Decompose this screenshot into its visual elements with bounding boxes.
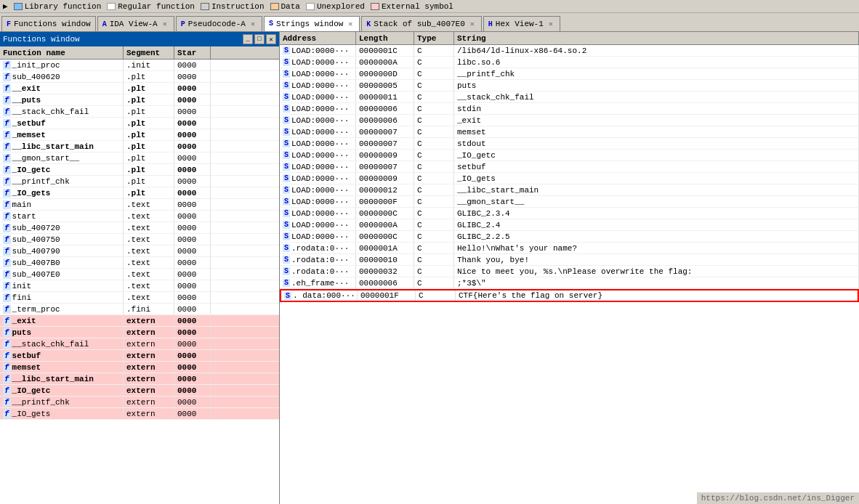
strings-table-row[interactable]: SLOAD:0000···0000000CCGLIBC_2.2.5 xyxy=(280,231,859,243)
functions-close-btn[interactable]: ✕ xyxy=(266,34,276,44)
strings-cell-length: 0000000C xyxy=(356,208,414,219)
table-row[interactable]: fsub_4007E0.text0000 xyxy=(0,269,279,280)
function-icon: f xyxy=(3,340,11,349)
tab-stack-sub[interactable]: K Stack of sub_4007E0 ✕ xyxy=(361,16,481,32)
function-name: start xyxy=(12,212,36,221)
function-icon: f xyxy=(3,212,11,221)
table-row[interactable]: f__stack_chk_failextern0000 xyxy=(0,338,279,350)
strings-table-row[interactable]: S. data:000···0000001FCCTF{Here's the fl… xyxy=(280,289,859,302)
table-row[interactable]: fstart.text0000 xyxy=(0,211,279,222)
functions-cell-start: 0000 xyxy=(174,176,211,187)
table-row[interactable]: fsub_400720.text0000 xyxy=(0,222,279,234)
strings-table-row[interactable]: SLOAD:0000···00000007Cmemset xyxy=(280,126,859,138)
tab-functions[interactable]: F Functions window xyxy=(1,16,96,32)
functions-cell-name: fsub_400790 xyxy=(0,245,124,256)
strings-table-row[interactable]: SLOAD:0000···0000000DC__printf_chk xyxy=(280,68,859,80)
annot-regular-color xyxy=(107,3,116,10)
table-row[interactable]: fsub_4007B0.text0000 xyxy=(0,257,279,269)
strings-table-row[interactable]: SLOAD:0000···00000009C_IO_gets xyxy=(280,173,859,184)
strings-table-row[interactable]: SLOAD:0000···00000005Cputs xyxy=(280,80,859,92)
strings-cell-value: GLIBC_2.4 xyxy=(454,219,859,230)
table-row[interactable]: f__printf_chk.plt0000 xyxy=(0,176,279,187)
functions-cell-start: 0000 xyxy=(174,164,211,175)
functions-minimize-btn[interactable]: _ xyxy=(243,34,253,44)
table-row[interactable]: f__libc_start_mainextern0000 xyxy=(0,373,279,385)
table-row[interactable]: f_IO_gets.plt0000 xyxy=(0,187,279,199)
table-row[interactable]: f__libc_start_main.plt0000 xyxy=(0,141,279,153)
strings-table-row[interactable]: SLOAD:0000···0000000ACGLIBC_2.4 xyxy=(280,219,859,231)
strings-cell-length: 0000000A xyxy=(356,57,414,68)
strings-table-row[interactable]: SLOAD:0000···00000006C_exit xyxy=(280,115,859,126)
functions-cell-segment: .plt xyxy=(124,129,174,140)
strings-col-length: Length xyxy=(356,32,414,44)
strings-table-row[interactable]: SLOAD:0000···00000007Csetbuf xyxy=(280,161,859,173)
table-row[interactable]: f__gmon_start__.plt0000 xyxy=(0,153,279,164)
strings-table-row[interactable]: SLOAD:0000···0000000AClibc.so.6 xyxy=(280,57,859,68)
strings-table-row[interactable]: SLOAD:0000···00000009C_IO_getc xyxy=(280,150,859,161)
string-row-icon: S xyxy=(283,139,290,147)
strings-table-body[interactable]: SLOAD:0000···0000001CC/lib64/ld-linux-x8… xyxy=(280,45,859,504)
functions-cell-start: 0000 xyxy=(174,327,211,338)
table-row[interactable]: f__exit.plt0000 xyxy=(0,83,279,94)
table-row[interactable]: fsub_400620.plt0000 xyxy=(0,71,279,83)
function-name: __stack_chk_fail xyxy=(12,340,89,349)
table-row[interactable]: ffini.text0000 xyxy=(0,292,279,304)
functions-cell-name: f__stack_chk_fail xyxy=(0,338,124,349)
functions-cell-segment: extern xyxy=(124,315,174,326)
table-row[interactable]: fsub_400750.text0000 xyxy=(0,234,279,245)
strings-table-row[interactable]: SLOAD:0000···00000012C__libc_start_main xyxy=(280,184,859,196)
strings-table-row[interactable]: S.rodata:0···00000010CThank you, bye! xyxy=(280,254,859,266)
functions-cell-start: 0000 xyxy=(174,362,211,373)
tab-hex-close[interactable]: ✕ xyxy=(547,20,555,28)
table-row[interactable]: f_exitextern0000 xyxy=(0,315,279,327)
string-address: LOAD:0000··· xyxy=(291,116,349,125)
function-name: sub_400790 xyxy=(12,247,60,256)
table-row[interactable]: fsetbufextern0000 xyxy=(0,350,279,362)
annot-library-label: Library function xyxy=(25,2,102,11)
tab-hex-view-1[interactable]: H Hex View-1 ✕ xyxy=(483,16,560,32)
strings-table-row[interactable]: SLOAD:0000···00000006Cstdin xyxy=(280,103,859,115)
functions-maximize-btn[interactable]: □ xyxy=(254,34,265,44)
table-row[interactable]: f_memset.plt0000 xyxy=(0,129,279,141)
tab-stack-close[interactable]: ✕ xyxy=(468,20,477,28)
tab-ida-close[interactable]: ✕ xyxy=(161,20,169,28)
table-row[interactable]: f_setbuf.plt0000 xyxy=(0,118,279,129)
functions-cell-segment: .plt xyxy=(124,118,174,129)
strings-table-row[interactable]: SLOAD:0000···0000000FC__gmon_start__ xyxy=(280,196,859,208)
functions-table-body[interactable]: f_init_proc.init0000fsub_400620.plt0000f… xyxy=(0,60,279,504)
table-row[interactable]: finit.text0000 xyxy=(0,280,279,292)
table-row[interactable]: f__stack_chk_fail.plt0000 xyxy=(0,106,279,118)
functions-cell-segment: .text xyxy=(124,222,174,233)
strings-table-header: Address Length Type String xyxy=(280,32,859,45)
functions-panel: Functions window _ □ ✕ Function name Seg… xyxy=(0,32,280,504)
strings-table-row[interactable]: S.eh_frame···00000006C;*3$\" xyxy=(280,277,859,289)
tab-ida-view-a[interactable]: A IDA View-A ✕ xyxy=(97,16,174,32)
strings-table-row[interactable]: S.rodata:0···0000001ACHello!\nWhat's you… xyxy=(280,243,859,254)
table-row[interactable]: f_term_proc.fini0000 xyxy=(0,304,279,315)
table-row[interactable]: fmain.text0000 xyxy=(0,199,279,211)
strings-table-row[interactable]: SLOAD:0000···00000011C__stack_chk_fail xyxy=(280,92,859,103)
table-row[interactable]: fputsextern0000 xyxy=(0,327,279,338)
strings-table-row[interactable]: SLOAD:0000···0000001CC/lib64/ld-linux-x8… xyxy=(280,45,859,57)
functions-cell-start: 0000 xyxy=(174,338,211,349)
strings-table-row[interactable]: S.rodata:0···00000032CNice to meet you, … xyxy=(280,266,859,277)
functions-cell-name: fsub_400750 xyxy=(0,234,124,245)
table-row[interactable]: f__printf_chkextern0000 xyxy=(0,397,279,408)
tab-strings-window[interactable]: S Strings window ✕ xyxy=(264,16,360,32)
strings-table-row[interactable]: SLOAD:0000···00000007Cstdout xyxy=(280,138,859,150)
functions-cell-start: 0000 xyxy=(174,397,211,407)
annot-instruction-label: Instruction xyxy=(211,2,265,11)
table-row[interactable]: f_IO_getcextern0000 xyxy=(0,385,279,397)
tab-functions-icon: F xyxy=(7,20,11,28)
strings-table-row[interactable]: SLOAD:0000···0000000CCGLIBC_2.3.4 xyxy=(280,208,859,219)
table-row[interactable]: f__puts.plt0000 xyxy=(0,94,279,106)
tab-pseudo-close[interactable]: ✕ xyxy=(249,20,257,28)
table-row[interactable]: fsub_400790.text0000 xyxy=(0,245,279,257)
tab-pseudocode-a[interactable]: P Pseudocode-A ✕ xyxy=(176,16,262,32)
table-row[interactable]: f_init_proc.init0000 xyxy=(0,60,279,71)
tab-strings-close[interactable]: ✕ xyxy=(346,20,355,28)
table-row[interactable]: fmemsetextern0000 xyxy=(0,362,279,373)
table-row[interactable]: f_IO_getsextern0000 xyxy=(0,408,279,420)
function-name: sub_4007B0 xyxy=(12,259,60,267)
table-row[interactable]: f_IO_getc.plt0000 xyxy=(0,164,279,176)
